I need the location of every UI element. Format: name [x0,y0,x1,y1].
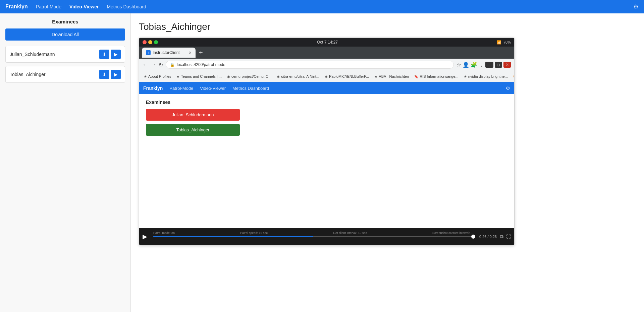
extensions-icon[interactable]: 🧩 [471,62,477,68]
bookmark-icon-aba: ★ [374,75,377,78]
inner-app-content: Examinees Julian_Schludermann Tobias_Aic… [139,94,514,228]
bookmarks-bar: ★ About Profiles ★ Teams and Channels | … [139,71,514,82]
patrol-mode-label: Patrol-mode: on [153,231,175,235]
browser-top-left [143,40,158,44]
screenshot-interval-label: Screenshot capture interval: ... [432,231,473,235]
close-window-button[interactable]: ✕ [503,62,511,68]
play-icon-tobias: ▶ [114,72,118,77]
bookmark-about-profiles[interactable]: ★ About Profiles [143,74,172,79]
back-button[interactable]: ← [143,62,148,68]
battery-percent: 70% [503,40,511,44]
pip-button[interactable]: ⧉ [500,234,503,240]
inner-nav-video-viewer[interactable]: Video-Viewer [200,86,226,91]
bookmark-icon-ris: 🔖 [414,75,418,78]
nav-metrics-dashboard[interactable]: Metrics Dashboard [107,4,146,9]
fullscreen-button[interactable]: ⛶ [506,234,511,240]
bookmark-label-teams: Teams and Channels | ... [181,74,221,78]
inner-examinee-button-tobias[interactable]: Tobias_Aichinger [146,124,240,136]
inner-examinee-button-julian[interactable]: Julian_Schludermann [146,109,240,121]
wifi-icon: 📶 [497,40,501,45]
examinee-actions-tobias: ⬇ ▶ [99,70,121,79]
bookmark-undraw[interactable]: 🎨 Illustrations | unDraw [512,74,515,79]
menu-dots-icon[interactable]: ⋮ [479,62,484,68]
system-clock: Oct 7 14:27 [317,40,338,45]
bookmark-icon-pablo: ◉ [325,75,328,78]
nav-patrol-mode[interactable]: Patrol-Mode [36,4,61,9]
tab-title: InstructorClient [153,50,180,55]
bookmark-pablo[interactable]: ◉ PabloMK7/ENLBufferP... [323,74,370,79]
patrol-speed-label: Patrol speed: 15 sec [240,231,268,235]
bookmark-citra[interactable]: ◉ citra-emu/citra: A Nint... [275,74,321,79]
restore-window-button[interactable]: ◻ [495,62,502,68]
video-progress-bar[interactable] [153,236,473,237]
browser-tab-instructor[interactable]: I InstructorClient × [142,48,196,58]
minimize-window-button[interactable]: — [485,62,493,68]
bookmark-icon-citra: ◉ [277,75,280,78]
bookmark-label-pablo: PabloMK7/ENLBufferP... [329,74,369,78]
lock-icon: 🔒 [170,63,175,67]
new-tab-button[interactable]: + [197,49,205,57]
video-time-display: 0:26 / 0:26 [479,235,497,239]
bookmark-label-ris: RIS Informationsange... [420,74,459,78]
settings-icon[interactable]: ⚙ [633,3,639,10]
browser-embed: Oct 7 14:27 📶 70% I InstructorClient × +… [139,38,515,245]
inner-examinees-title: Examinees [146,100,507,105]
video-info-overlay: Patrol-mode: on Patrol speed: 15 sec Get… [153,231,473,235]
examinee-row-tobias: Tobias_Aichinger ⬇ ▶ [5,66,125,83]
examinee-row-julian: Julian_Schludermann ⬇ ▶ [5,46,125,63]
download-all-button[interactable]: Download All [5,28,125,41]
address-bar-actions: ☆ 👤 🧩 ⋮ — ◻ ✕ [457,62,511,68]
download-button-tobias[interactable]: ⬇ [99,70,109,79]
play-button-tobias[interactable]: ▶ [111,70,121,79]
page-title: Tobias_Aichinger [139,21,636,32]
top-navigation: Franklyn Patrol-Mode Video-Viewer Metric… [0,0,644,13]
forward-button[interactable]: → [151,62,156,68]
video-play-button[interactable]: ▶ [143,233,147,240]
bookmark-icon-teams: ★ [176,75,179,78]
tab-close-button[interactable]: × [189,50,192,55]
content-area: Tobias_Aichinger Oct 7 14:27 📶 70% [131,13,644,312]
bookmark-label-aba: ABA - Nachrichten [379,74,409,78]
get-client-interval-label: Get client interval: 10 sec [333,231,367,235]
download-icon-tobias: ⬇ [102,72,106,77]
play-button-julian[interactable]: ▶ [111,50,121,59]
bookmark-nvidia[interactable]: ★ nvidia display brightne... [463,74,509,79]
profile-icon[interactable]: 👤 [463,62,469,68]
bookmark-cemu[interactable]: ◉ cemu-project/Cemu: C... [226,74,273,79]
download-icon-julian: ⬇ [102,52,106,57]
maximize-traffic-light [154,40,158,44]
sidebar-title: Examinees [5,19,125,24]
close-traffic-light [143,40,147,44]
video-controls-right: ⧉ ⛶ [500,234,511,240]
bookmark-label-nvidia: nvidia display brightne... [468,74,508,78]
bookmark-teams[interactable]: ★ Teams and Channels | ... [175,74,223,79]
battery-info: 📶 70% [497,40,511,45]
bookmark-aba[interactable]: ★ ABA - Nachrichten [373,74,410,79]
bookmark-label-profiles: About Profiles [148,74,171,78]
reload-button[interactable]: ↻ [159,62,163,68]
bookmark-ris[interactable]: 🔖 RIS Informationsange... [413,74,460,79]
video-progress-area[interactable]: Patrol-mode: on Patrol speed: 15 sec Get… [153,236,473,237]
video-player-bar: ▶ Patrol-mode: on Patrol speed: 15 sec G… [139,228,514,245]
video-time-current: 0:26 [479,235,486,239]
url-text: localhost:4200/patrol-mode [177,62,225,67]
main-layout: Examinees Download All Julian_Schluderma… [0,13,644,312]
bookmark-label-citra: citra-emu/citra: A Nint... [281,74,319,78]
inner-app-brand: Franklyn [143,85,163,91]
inner-nav-metrics-dashboard[interactable]: Metrics Dashboard [232,86,269,91]
bookmark-icon-profiles: ★ [144,75,147,78]
play-icon-julian: ▶ [114,52,118,57]
url-bar[interactable]: 🔒 localhost:4200/patrol-mode [166,61,454,69]
bookmark-icon-undraw: 🎨 [513,75,515,78]
nav-video-viewer[interactable]: Video-Viewer [69,4,99,9]
video-time-total: 0:26 [490,235,497,239]
minimize-traffic-light [148,40,152,44]
sidebar: Examinees Download All Julian_Schluderma… [0,13,131,312]
browser-address-bar: ← → ↻ 🔒 localhost:4200/patrol-mode ☆ 👤 🧩… [139,59,514,71]
browser-os-bar: Oct 7 14:27 📶 70% [139,38,514,47]
download-button-julian[interactable]: ⬇ [99,50,109,59]
inner-nav-patrol-mode[interactable]: Patrol-Mode [169,86,193,91]
inner-settings-icon[interactable]: ⚙ [506,85,510,91]
bookmark-star-icon[interactable]: ☆ [457,62,461,68]
tab-favicon: I [146,50,151,55]
